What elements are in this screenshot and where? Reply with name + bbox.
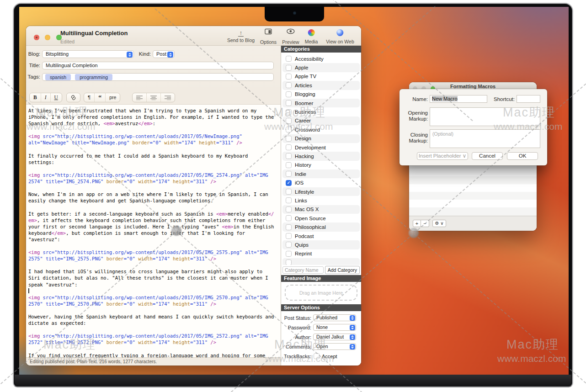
checkbox-icon[interactable] — [286, 82, 292, 88]
align-left-button[interactable] — [133, 93, 146, 102]
server-option-popup[interactable]: Published — [313, 314, 356, 321]
image-drop-target[interactable]: Drag an Image Here — [285, 285, 357, 301]
add-category-button[interactable]: Add Category — [325, 266, 360, 274]
cancel-button[interactable]: Cancel — [472, 152, 503, 160]
category-row[interactable]: Mac OS X — [282, 205, 360, 214]
checkbox-icon[interactable] — [286, 207, 292, 212]
pre-button[interactable]: pre — [105, 93, 120, 102]
checked-checkbox-icon[interactable]: ✓ — [286, 180, 292, 186]
server-option-popup[interactable]: Daniel Jalkut — [313, 334, 356, 340]
category-label: Philosophical — [295, 224, 326, 230]
checkbox-icon[interactable] — [286, 91, 292, 97]
align-center-button[interactable] — [146, 93, 160, 102]
checkbox-icon[interactable] — [286, 251, 292, 257]
marsedit-window: Multilingual Completion Edited ↑ Send to… — [26, 26, 361, 366]
kind-popup[interactable]: Post — [153, 50, 175, 58]
category-row[interactable]: Quips — [282, 240, 360, 249]
checkbox-icon[interactable] — [286, 144, 292, 150]
checkbox-icon[interactable] — [286, 224, 292, 230]
media-button[interactable]: Media — [305, 28, 318, 44]
view-on-web-button[interactable]: View on Web — [326, 28, 354, 44]
italic-button[interactable]: I — [41, 93, 50, 102]
checkbox-icon[interactable] — [286, 127, 292, 132]
align-right-button[interactable] — [160, 93, 175, 102]
category-row[interactable] — [282, 258, 360, 265]
body-line: I had hoped that iOS's willingness to cr… — [28, 268, 279, 275]
tags-input[interactable]: spanish programming — [42, 73, 274, 81]
category-row[interactable]: Links — [282, 196, 360, 205]
minimize-button[interactable] — [45, 35, 50, 40]
category-row[interactable]: Hacking — [282, 152, 360, 160]
category-row[interactable]: Design — [282, 134, 360, 143]
checkbox-icon[interactable] — [286, 100, 292, 106]
checkbox-icon[interactable] — [286, 242, 292, 248]
checkbox-icon[interactable] — [286, 65, 292, 71]
panel-icon — [265, 28, 272, 37]
underline-button[interactable]: U — [50, 93, 62, 102]
category-row[interactable]: Apple — [282, 63, 360, 72]
closing-markup-textarea[interactable]: (Optional) — [430, 129, 540, 148]
body-line: At times I've been frustrated that when … — [28, 107, 279, 114]
checkbox-icon[interactable] — [286, 56, 292, 62]
checkbox-icon[interactable] — [286, 74, 292, 79]
macro-name-input[interactable]: New Macro — [430, 95, 487, 103]
checkbox-icon[interactable] — [286, 197, 292, 203]
checkbox-icon[interactable] — [286, 233, 292, 239]
blog-popup[interactable]: Bitsplitting — [42, 50, 134, 58]
editor-body[interactable]: At times I've been frustrated that when … — [26, 105, 281, 357]
category-row[interactable]: Boomer — [282, 99, 360, 107]
blockquote-button[interactable]: “ — [94, 93, 105, 102]
add-macro-button[interactable]: + — [413, 220, 421, 227]
checkbox-icon[interactable] — [286, 162, 292, 168]
category-name-input[interactable]: Category Name — [282, 266, 324, 274]
category-row[interactable]: Accessibility — [282, 54, 360, 63]
category-row[interactable]: Apple TV — [282, 72, 360, 81]
checkbox-icon[interactable] — [286, 189, 292, 195]
checkbox-icon[interactable] — [286, 118, 292, 124]
checkbox-icon[interactable] — [286, 215, 292, 221]
server-option-label: Comments: — [281, 344, 311, 350]
remove-macro-button[interactable]: − — [421, 220, 429, 227]
options-button[interactable]: Options — [260, 28, 277, 45]
checkbox-icon[interactable] — [286, 109, 292, 115]
checkbox-icon[interactable] — [286, 171, 292, 177]
macro-shortcut-input[interactable] — [517, 95, 540, 103]
checkbox-icon[interactable] — [286, 136, 292, 142]
category-row[interactable]: Indie — [282, 170, 360, 178]
category-row[interactable]: Crossword — [282, 125, 360, 134]
link-button[interactable] — [67, 93, 80, 102]
category-row[interactable]: Career — [282, 117, 360, 125]
category-row[interactable]: Open Source — [282, 214, 360, 222]
trackbacks-label: TrackBacks: — [281, 354, 311, 359]
server-option-popup[interactable]: Open — [313, 343, 356, 350]
title-input[interactable]: Multilingual Completion — [42, 62, 274, 69]
category-row[interactable]: Reprint — [282, 249, 360, 258]
category-row[interactable]: Business — [282, 107, 360, 116]
opening-markup-textarea[interactable] — [430, 107, 540, 126]
preview-button[interactable]: Preview — [282, 28, 299, 45]
checkbox-icon[interactable] — [314, 353, 320, 359]
insert-placeholder-dropdown[interactable]: Insert Placeholder ∨ — [417, 152, 468, 160]
category-row[interactable]: ✓iOS — [282, 178, 360, 187]
categories-list[interactable]: AccessibilityAppleApple TVArticlesBloggi… — [281, 53, 361, 265]
checkbox-icon[interactable] — [286, 260, 292, 265]
tag-pill[interactable]: programming — [75, 74, 112, 80]
checkbox-icon[interactable] — [286, 153, 292, 159]
tag-pill[interactable]: spanish — [45, 74, 71, 80]
category-row[interactable]: Development — [282, 143, 360, 152]
close-button[interactable] — [34, 35, 39, 40]
server-option-popup[interactable]: None — [313, 324, 356, 331]
category-row[interactable]: Blogging — [282, 90, 360, 99]
paragraph-button[interactable]: ¶ — [84, 93, 94, 102]
category-row[interactable]: Podcast — [282, 232, 360, 240]
category-row[interactable]: Articles — [282, 81, 360, 90]
send-to-blog-button[interactable]: ↑ Send to Blog — [227, 28, 255, 43]
featured-image-header: Featured Image — [281, 275, 361, 282]
align-center-icon — [150, 95, 157, 100]
category-row[interactable]: Philosophical — [282, 222, 360, 231]
category-row[interactable]: History — [282, 161, 360, 170]
category-row[interactable]: Lifestyle — [282, 187, 360, 196]
gear-menu-button[interactable]: ⚙ ∨ — [432, 220, 446, 227]
bold-button[interactable]: B — [30, 93, 41, 102]
ok-button[interactable]: OK — [507, 152, 538, 160]
